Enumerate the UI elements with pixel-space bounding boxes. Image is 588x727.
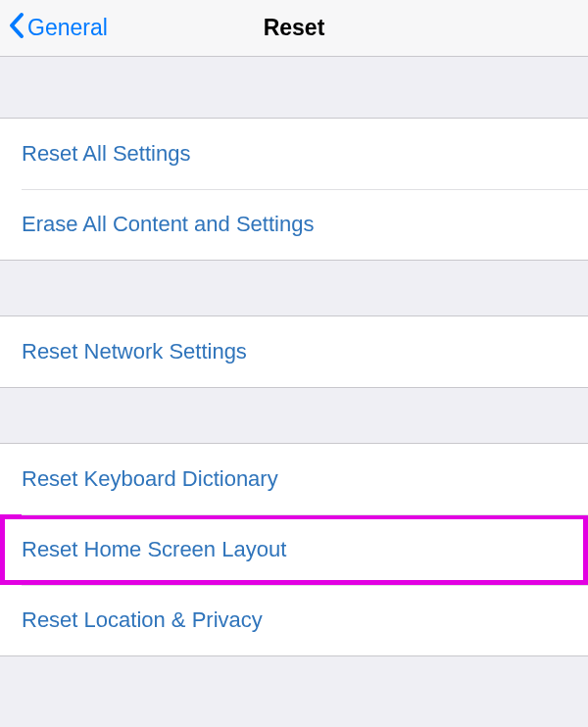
row-label: Reset Keyboard Dictionary [22,466,278,492]
section-spacer [0,261,588,315]
row-label: Erase All Content and Settings [22,212,314,237]
section-spacer [0,57,588,118]
section-spacer [0,388,588,443]
back-button[interactable]: General [0,12,108,45]
row-label: Reset Location & Privacy [22,607,263,633]
section-spacer [0,656,588,727]
navbar: General Reset [0,0,588,57]
reset-keyboard-dictionary-row[interactable]: Reset Keyboard Dictionary [0,444,588,514]
chevron-left-icon [8,12,27,45]
reset-home-screen-layout-row[interactable]: Reset Home Screen Layout [0,514,588,585]
erase-all-content-row[interactable]: Erase All Content and Settings [0,189,588,260]
section-1: Reset All Settings Erase All Content and… [0,118,588,261]
row-label: Reset All Settings [22,141,190,167]
reset-network-settings-row[interactable]: Reset Network Settings [0,316,588,387]
reset-all-settings-row[interactable]: Reset All Settings [0,119,588,189]
row-label: Reset Network Settings [22,339,247,364]
back-label: General [27,15,108,41]
section-3: Reset Keyboard Dictionary Reset Home Scr… [0,443,588,656]
row-label: Reset Home Screen Layout [22,537,286,562]
section-2: Reset Network Settings [0,315,588,388]
reset-location-privacy-row[interactable]: Reset Location & Privacy [0,585,588,655]
page-title: Reset [264,15,325,41]
